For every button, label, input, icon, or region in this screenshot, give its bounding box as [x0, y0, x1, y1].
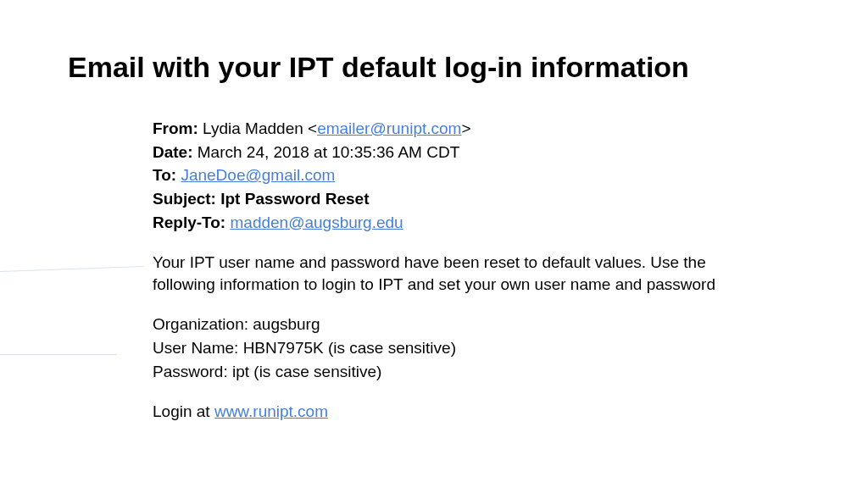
login-url-link[interactable]: www.runipt.com [214, 402, 328, 420]
from-name: Lydia Madden < [198, 119, 317, 137]
email-headers: From: Lydia Madden <emailer@runipt.com> … [153, 118, 763, 233]
to-line: To: JaneDoe@gmail.com [153, 164, 763, 186]
replyto-email-link[interactable]: madden@augsburg.edu [230, 214, 403, 231]
from-email-link[interactable]: emailer@runipt.com [317, 119, 461, 137]
from-label: From: [153, 119, 198, 137]
from-line: From: Lydia Madden <emailer@runipt.com> [153, 118, 763, 140]
username-line: User Name: HBN7975K (is case sensitive) [153, 337, 763, 359]
to-label: To: [153, 166, 176, 184]
to-email-link[interactable]: JaneDoe@gmail.com [181, 166, 335, 184]
password-line: Password: ipt (is case sensitive) [153, 361, 763, 383]
from-close: > [461, 119, 470, 137]
date-label: Date: [153, 143, 193, 161]
date-line: Date: March 24, 2018 at 10:35:36 AM CDT [153, 141, 763, 164]
decorative-line [0, 354, 117, 355]
organization-line: Organization: augsburg [153, 313, 763, 336]
credentials-block: Organization: augsburg User Name: HBN797… [153, 313, 763, 382]
replyto-line: Reply-To: madden@augsburg.edu [153, 212, 763, 234]
login-prefix: Login at [153, 402, 214, 420]
subject-line: Subject: Ipt Password Reset [153, 188, 763, 210]
email-content: From: Lydia Madden <emailer@runipt.com> … [153, 118, 763, 423]
replyto-label: Reply-To: [153, 214, 225, 231]
slide-title: Email with your IPT default log-in infor… [68, 51, 800, 84]
login-line: Login at www.runipt.com [153, 401, 763, 423]
intro-paragraph: Your IPT user name and password have bee… [153, 252, 763, 295]
subject-label: Subject: Ipt Password Reset [153, 190, 370, 208]
date-value: March 24, 2018 at 10:35:36 AM CDT [193, 143, 460, 161]
